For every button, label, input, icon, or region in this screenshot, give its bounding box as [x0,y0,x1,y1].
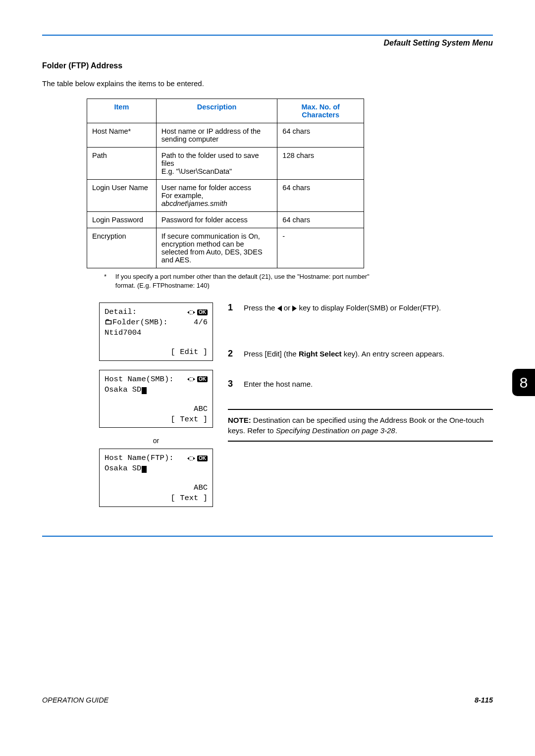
triangle-right-icon [292,305,297,311]
table-row: Host Name* Host name or IP address of th… [87,123,364,148]
cell-desc: If secure communication is On, encryptio… [156,228,277,268]
cursor-icon [142,387,147,394]
step-3: 3 Enter the host name. [228,379,493,389]
lcd-input-value[interactable]: Osaka SD [105,464,141,473]
cell-max: 64 chars [277,180,364,212]
step-2: 2 Press [Edit] (the Right Select key). A… [228,349,493,359]
footnote-mark: * [104,272,115,290]
ok-icon: OK [197,455,208,461]
lcd-pager: 4/6 [194,317,208,328]
table-row: Path Path to the folder used to save fil… [87,148,364,180]
cell-desc-main: User name for folder access For example, [161,184,251,200]
lcd-input-value[interactable]: Osaka SD [105,385,141,394]
nav-arrows-icon [187,455,195,462]
table-footnote: * If you specify a port number other tha… [104,272,381,290]
cell-desc: Host name or IP address of the sending c… [156,123,277,148]
step-number: 1 [228,302,237,313]
note-label: NOTE: [228,416,251,424]
cell-desc: User name for folder access For example,… [156,180,277,212]
breadcrumb: Default Setting System Menu [42,36,493,61]
step-text-bold: Right Select [299,350,342,358]
th-item: Item [87,99,157,123]
cell-max: 64 chars [277,212,364,228]
cell-item: Host Name* [87,123,157,148]
table-row: Login User Name User name for folder acc… [87,180,364,212]
lcd-title: Host Name(SMB): [105,374,174,385]
lcd-detail-screen: Detail: OK 🗀Folder(SMB): 4/6 Ntid7004 [ … [99,302,213,361]
section-heading: Folder (FTP) Address [42,61,493,70]
note-tail: . [395,426,397,435]
step-text: Enter the host name. [244,379,493,389]
cell-item: Login Password [87,212,157,228]
step-text: Press the [244,303,277,312]
table-row: Encryption If secure communication is On… [87,228,364,268]
table-row: Login Password Password for folder acces… [87,212,364,228]
lcd-value: Ntid7004 [105,328,208,338]
th-max: Max. No. of Characters [277,99,364,123]
triangle-left-icon [277,305,282,311]
cell-item: Login User Name [87,180,157,212]
chapter-tab: 8 [512,369,535,396]
footnote-text: If you specify a port number other than … [115,272,381,290]
items-table: Item Description Max. No. of Characters … [87,99,364,268]
step-text: key to display Folder(SMB) or Folder(FTP… [297,303,441,312]
step-text: or [282,303,293,312]
lcd-input-mode: ABC [105,483,208,493]
lcd-title: Host Name(FTP): [105,453,174,463]
nav-arrows-icon [187,309,195,316]
cell-desc: Path to the folder used to save files E.… [156,148,277,180]
lcd-label: Folder(SMB): [112,318,168,327]
footer-page-number: 8-115 [475,696,493,704]
cursor-icon [142,466,147,473]
note-ref: Specifying Destination on page 3-28 [276,426,395,435]
lcd-hostname-smb-screen: Host Name(SMB): OK Osaka SD ABC [ Text ] [99,370,213,428]
step-text: Press [Edit] (the [244,350,299,358]
step-number: 2 [228,349,237,359]
lcd-hostname-ftp-screen: Host Name(FTP): OK Osaka SD ABC [ Text ] [99,449,213,507]
step-text: key). An entry screen appears. [342,350,445,358]
lcd-input-mode: ABC [105,404,208,414]
cell-max: 128 chars [277,148,364,180]
cell-max: - [277,228,364,268]
lcd-softkey-text[interactable]: [ Text ] [105,493,208,504]
step-1: 1 Press the or key to display Folder(SMB… [228,302,493,313]
nav-arrows-icon [187,376,195,383]
intro-text: The table below explains the items to be… [42,79,493,88]
note-box: NOTE: Destination can be specified using… [228,409,493,442]
ok-icon: OK [197,309,208,315]
lcd-softkey-edit[interactable]: [ Edit ] [105,347,208,357]
th-description: Description [156,99,277,123]
cell-desc-italic: abcdnet\james.smith [161,200,227,207]
cell-max: 64 chars [277,123,364,148]
cell-item: Encryption [87,228,157,268]
ok-icon: OK [197,376,208,382]
lcd-title: Detail: [105,307,137,317]
cell-desc: Password for folder access [156,212,277,228]
footer-guide: OPERATION GUIDE [42,696,108,704]
cell-item: Path [87,148,157,180]
folder-icon: 🗀 [105,318,112,327]
lcd-softkey-text[interactable]: [ Text ] [105,414,208,425]
or-label: or [99,437,213,445]
step-number: 3 [228,379,237,389]
